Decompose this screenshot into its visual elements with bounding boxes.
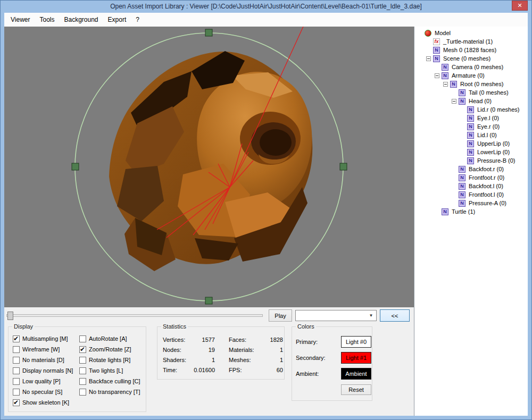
checkbox-checked-icon[interactable] xyxy=(13,399,20,406)
tree-item-eye.r[interactable]: NEye.r (0) xyxy=(414,122,528,131)
tree-item-label: Eye.l (0) xyxy=(476,115,500,121)
checkbox-unchecked-icon[interactable] xyxy=(79,335,86,342)
timeline-slider[interactable] xyxy=(6,311,263,321)
checkbox-unchecked-icon[interactable] xyxy=(79,389,86,396)
checkbox-label: Wireframe [W] xyxy=(22,346,60,352)
node-icon: N xyxy=(450,81,457,88)
menu-help[interactable]: ? xyxy=(131,13,144,27)
stat-label: Materials: xyxy=(215,347,257,353)
checkbox-low-quality[interactable]: Low quality [P] xyxy=(13,377,73,385)
tree-item-label: Lid.r (0 meshes) xyxy=(476,106,520,113)
color-button-secondary[interactable]: Light #1 xyxy=(341,352,371,364)
menu-export[interactable]: Export xyxy=(103,13,131,27)
tree-item-camera[interactable]: NCamera (0 meshes) xyxy=(414,63,528,71)
node-icon: N xyxy=(459,98,466,105)
colors-group-body: Reset Primary:Light #0Secondary:Light #1… xyxy=(292,327,372,400)
checkbox-unchecked-icon[interactable] xyxy=(13,346,20,353)
checkbox-multisampling[interactable]: Multisampling [M] xyxy=(13,335,73,342)
checkbox-label: Display normals [N] xyxy=(22,367,73,374)
tree-item-lid.r[interactable]: NLid.r (0 meshes) xyxy=(414,105,528,114)
display-group-title: Display xyxy=(12,323,35,330)
tree-item-scene[interactable]: NScene (0 meshes) xyxy=(414,54,528,63)
checkbox-show-skeleton[interactable]: Show skeleton [K] xyxy=(13,399,73,406)
tree-item-model[interactable]: Model xyxy=(414,29,528,37)
tree-item-eye.l[interactable]: NEye.l (0) xyxy=(414,114,528,122)
checkbox-two-lights[interactable]: Two lights [L] xyxy=(79,367,140,374)
checkbox-unchecked-icon[interactable] xyxy=(13,357,20,364)
close-button[interactable]: ✕ xyxy=(512,1,528,11)
tree-item-mesh[interactable]: NMesh 0 (1828 faces) xyxy=(414,46,528,54)
tree-expander-icon[interactable] xyxy=(443,82,448,87)
statistics-group-title: Statistics xyxy=(161,323,188,330)
checkbox-display-normals[interactable]: Display normals [N] xyxy=(13,367,73,374)
checkbox-checked-icon[interactable] xyxy=(79,346,86,353)
viewport-3d[interactable] xyxy=(4,27,414,307)
tree-item-turtle[interactable]: NTurtle (1) xyxy=(414,207,528,216)
reset-colors-button[interactable]: Reset xyxy=(341,384,371,395)
play-button[interactable]: Play xyxy=(269,309,292,322)
checkbox-label: AutoRotate [A] xyxy=(89,335,127,342)
slider-track[interactable] xyxy=(6,314,263,317)
checkbox-no-specular[interactable]: No specular [S] xyxy=(13,388,73,396)
tree-item-lid.l[interactable]: NLid.l (0) xyxy=(414,131,528,139)
tree-item-backfoot.r[interactable]: NBackfoot.r (0) xyxy=(414,165,528,173)
node-icon: N xyxy=(467,132,474,139)
checkbox-rotate-lights[interactable]: Rotate lights [R] xyxy=(79,356,140,364)
tree-item-armature[interactable]: NArmature (0) xyxy=(414,71,528,80)
tree-item-head[interactable]: NHead (0) xyxy=(414,97,528,105)
checkbox-unchecked-icon[interactable] xyxy=(13,378,20,385)
tree-item-label: Turtle (1) xyxy=(451,208,476,215)
checkbox-unchecked-icon[interactable] xyxy=(79,378,86,385)
menu-tools[interactable]: Tools xyxy=(35,13,59,27)
tree-item-upperlip[interactable]: NUpperLip (0) xyxy=(414,139,528,148)
tree-item-label: Backfoot.r (0) xyxy=(468,166,505,172)
stat-value: 1828 xyxy=(257,337,283,343)
checkbox-zoom-rotate[interactable]: Zoom/Rotate [Z] xyxy=(79,346,140,353)
tree-item-frontfoot.l[interactable]: NFrontfoot.l (0) xyxy=(414,190,528,199)
slider-thumb[interactable] xyxy=(7,312,13,320)
color-button-ambient[interactable]: Ambient xyxy=(341,368,371,380)
tree-expander-icon[interactable] xyxy=(426,56,431,61)
checkbox-unchecked-icon[interactable] xyxy=(13,389,20,396)
tree-item-lowerlip[interactable]: NLowerLip (0) xyxy=(414,148,528,156)
stat-label: FPS: xyxy=(215,367,257,373)
checkbox-wireframe[interactable]: Wireframe [W] xyxy=(13,346,73,353)
checkbox-unchecked-icon[interactable] xyxy=(79,367,86,374)
tree-item-pressure-a[interactable]: NPressure-A (0) xyxy=(414,199,528,207)
menu-viewer[interactable]: Viewer xyxy=(6,13,35,27)
stat-label: Vertices: xyxy=(163,337,193,343)
chevron-down-icon[interactable]: ▼ xyxy=(367,311,376,320)
tree-expander-icon[interactable] xyxy=(435,73,439,78)
tree-item-label: Pressure-A (0) xyxy=(468,200,508,206)
collapse-panel-button[interactable]: << xyxy=(380,309,410,322)
checkbox-unchecked-icon[interactable] xyxy=(13,367,20,374)
color-button-primary[interactable]: Light #0 xyxy=(341,336,371,348)
checkbox-checked-icon[interactable] xyxy=(13,335,20,342)
tree-item-root[interactable]: NRoot (0 meshes) xyxy=(414,80,528,88)
tree-item-tail[interactable]: NTail (0 meshes) xyxy=(414,88,528,97)
checkbox-backface-culling[interactable]: Backface culling [C] xyxy=(79,377,140,385)
checkbox-label: Two lights [L] xyxy=(89,367,123,374)
checkbox-autorotate[interactable]: AutoRotate [A] xyxy=(79,335,140,342)
viewport-canvas[interactable] xyxy=(4,27,414,307)
tree-item-label: Mesh 0 (1828 faces) xyxy=(442,47,497,53)
node-icon: N xyxy=(459,89,466,96)
title-bar[interactable]: Open Asset Import Library : Viewer [D:\C… xyxy=(0,0,532,13)
animation-combobox[interactable]: ▼ xyxy=(295,310,377,321)
menu-background[interactable]: Background xyxy=(59,13,103,27)
checkbox-no-materials[interactable]: No materials [D] xyxy=(13,356,73,364)
checkbox-label: Multisampling [M] xyxy=(22,335,68,342)
node-icon: N xyxy=(467,115,474,122)
left-column: Play ▼ << Display Multisampling [M]Wiref… xyxy=(4,27,414,416)
tree-item-turtle-material[interactable]: fx_Turtle-material (1) xyxy=(414,37,528,46)
checkbox-unchecked-icon[interactable] xyxy=(79,357,86,364)
checkbox-label: Zoom/Rotate [Z] xyxy=(89,346,131,352)
tree-item-backfoot.l[interactable]: NBackfoot.l (0) xyxy=(414,182,528,190)
material-icon: fx xyxy=(433,38,440,45)
tree-item-frontfoot.r[interactable]: NFrontfoot.r (0) xyxy=(414,173,528,182)
menu-bar: ViewerToolsBackgroundExport? xyxy=(4,13,528,27)
checkbox-no-transparency[interactable]: No transparency [T] xyxy=(79,388,140,396)
tree-expander-icon[interactable] xyxy=(452,99,456,104)
statistics-group: Statistics Vertices:1577Faces:1828Nodes:… xyxy=(157,326,285,380)
tree-item-pressure-b[interactable]: NPressure-B (0) xyxy=(414,156,528,165)
